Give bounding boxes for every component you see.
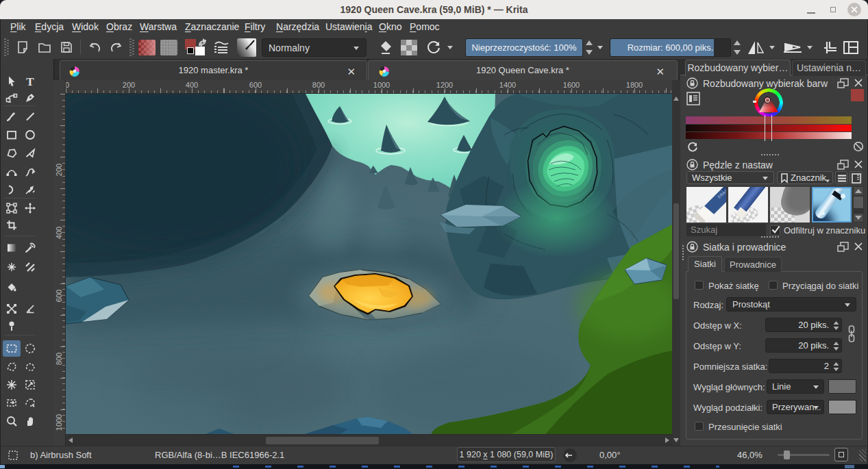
- svg-text:T: T: [26, 75, 34, 88]
